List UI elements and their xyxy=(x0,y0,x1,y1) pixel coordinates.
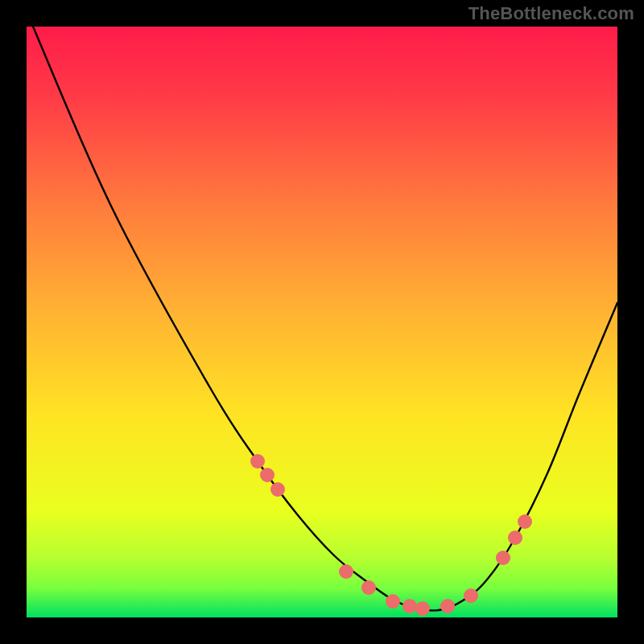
curve-marker xyxy=(518,514,532,529)
curve-marker xyxy=(250,454,265,469)
bottleneck-curve-chart xyxy=(0,0,644,644)
curve-marker xyxy=(415,601,430,616)
chart-frame: TheBottleneck.com xyxy=(0,0,644,644)
curve-marker xyxy=(496,551,510,565)
curve-marker xyxy=(361,580,376,595)
watermark-text: TheBottleneck.com xyxy=(469,3,634,24)
curve-marker xyxy=(339,564,353,579)
plot-background xyxy=(27,27,617,617)
curve-marker xyxy=(270,482,285,497)
curve-marker xyxy=(440,599,455,613)
curve-marker xyxy=(386,594,400,609)
curve-marker xyxy=(508,530,522,545)
curve-marker xyxy=(464,588,478,603)
curve-marker xyxy=(402,599,417,613)
curve-marker xyxy=(260,468,275,482)
